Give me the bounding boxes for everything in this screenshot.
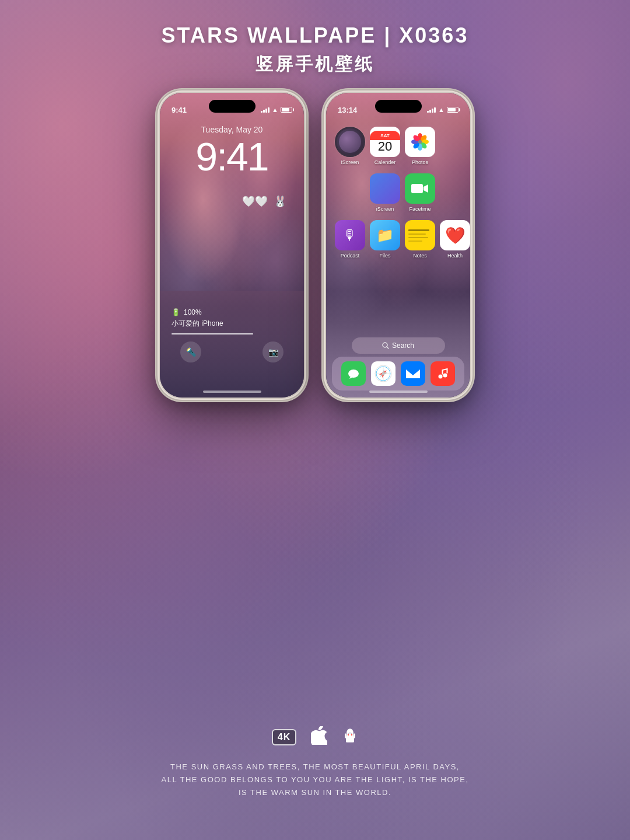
files-icon: 📁 (370, 220, 400, 250)
badge-4k: 4K (272, 729, 296, 745)
app-photos[interactable]: Photos (405, 127, 435, 165)
battery-fill (282, 108, 289, 111)
podcast-icon: 🎙 (335, 220, 365, 250)
dock-safari[interactable] (371, 361, 396, 386)
lock-date: Tuesday, May 20 (160, 125, 304, 134)
battery-indicator: 🔋 (172, 308, 180, 316)
heart-icon: ❤️ (445, 226, 466, 245)
facetime-label: Facetime (409, 206, 430, 212)
signal-icon (261, 107, 270, 113)
app-grid: iScreen SAT 20 Calender (332, 127, 464, 259)
app-calendar[interactable]: SAT 20 Calender (370, 127, 400, 165)
lockscreen-phone: 9:41 ▲ Tuesday, May 20 9: (158, 90, 306, 400)
signal-icon-home (427, 107, 436, 113)
platform-icons: 4K (140, 726, 490, 749)
safari-icon (374, 364, 393, 383)
svg-point-24 (438, 375, 442, 379)
lock-charging: 🔋 100% (172, 308, 292, 316)
svg-rect-26 (345, 734, 346, 738)
search-label: Search (392, 341, 414, 350)
cal-num: 20 (378, 140, 392, 153)
title-cn: 竖屏手机壁纸 (0, 53, 630, 76)
dynamic-island-left (209, 100, 256, 113)
files-label: Files (379, 253, 390, 259)
svg-rect-9 (411, 184, 423, 193)
camera-button[interactable]: 📷 (262, 341, 284, 363)
iscreen-widget-label: iScreen (341, 159, 359, 165)
search-icon (382, 342, 389, 349)
heart-sticker: 🤍🤍 (242, 195, 268, 208)
app-iscreen-widget[interactable]: iScreen (335, 127, 365, 165)
bottom-section: 4K THE SUN GRASS AND TREES, THE MOST BEA… (140, 726, 490, 799)
flashlight-icon: 🔦 (186, 347, 196, 357)
search-bar[interactable]: Search (352, 337, 445, 354)
homescreen-phone: 13:14 ▲ (324, 90, 473, 400)
messages-icon (346, 366, 361, 381)
iscreen-widget-icon (335, 127, 365, 157)
iscreen2-label: iScreen (376, 206, 394, 212)
podcast-icon-symbol: 🎙 (343, 227, 357, 243)
home-indicator-right[interactable] (369, 391, 428, 393)
apple-logo (311, 726, 327, 749)
tagline: THE SUN GRASS AND TREES, THE MOST BEAUTI… (140, 761, 490, 799)
home-indicator-left[interactable] (203, 391, 261, 393)
lockscreen-content: Tuesday, May 20 9:41 (160, 125, 304, 176)
flashlight-button[interactable]: 🔦 (180, 341, 201, 363)
dynamic-island-right (375, 100, 422, 113)
iscreen2-icon (370, 173, 400, 204)
homescreen-status-time: 13:14 (338, 106, 357, 114)
health-label: Health (447, 253, 463, 259)
svg-rect-27 (354, 734, 355, 738)
homescreen-screen: 13:14 ▲ (326, 93, 470, 398)
photos-icon (405, 127, 435, 157)
mail-icon (405, 368, 421, 379)
lockscreen-bottom: 🔋 100% 小可爱的 iPhone 🔦 📷 (160, 308, 304, 363)
lock-stickers: 🤍🤍 🐰 (242, 195, 286, 208)
empty-slot-1 (440, 127, 470, 165)
lockscreen-status-time: 9:41 (172, 106, 187, 114)
dock-mail[interactable] (401, 361, 425, 386)
battery-fill-home (448, 108, 456, 111)
svg-line-12 (387, 347, 388, 348)
calendar-label: Calender (374, 159, 396, 165)
photos-label: Photos (412, 159, 428, 165)
music-icon (435, 366, 450, 381)
battery-percent: 100% (184, 308, 202, 316)
svg-point-29 (351, 734, 352, 736)
svg-point-28 (348, 734, 349, 736)
camera-icon: 📷 (268, 347, 278, 357)
facetime-icon (405, 173, 435, 204)
app-facetime[interactable]: Facetime (405, 173, 435, 212)
android-logo (342, 726, 358, 748)
app-iscreen2[interactable]: iScreen (370, 173, 400, 212)
lock-charging-bar (172, 333, 253, 334)
lock-device-name: 小可爱的 iPhone (172, 319, 292, 329)
wifi-icon-home: ▲ (438, 106, 444, 113)
apple-icon (311, 726, 327, 745)
photos-svg (410, 131, 430, 152)
svg-marker-10 (424, 184, 428, 193)
title-en: STARS WALLPAPE | X0363 (0, 23, 630, 48)
battery-icon (281, 107, 292, 113)
app-podcast[interactable]: 🎙 Podcast (335, 220, 365, 259)
dock-messages[interactable] (341, 361, 366, 386)
android-icon (342, 726, 358, 745)
app-health[interactable]: ❤️ Health (440, 220, 470, 259)
app-notes[interactable]: Notes (405, 220, 435, 259)
battery-icon-home (447, 107, 459, 113)
homescreen-status-icons: ▲ (427, 106, 459, 113)
podcast-label: Podcast (341, 253, 360, 259)
iscreen-widget-inner (339, 131, 361, 153)
status-icons: ▲ (261, 106, 292, 113)
header: STARS WALLPAPE | X0363 竖屏手机壁纸 (0, 23, 630, 76)
svg-point-14 (348, 370, 359, 378)
app-files[interactable]: 📁 Files (370, 220, 400, 259)
calendar-icon: SAT 20 (370, 127, 400, 157)
phones-container: 9:41 ▲ Tuesday, May 20 9: (158, 90, 473, 400)
svg-point-25 (443, 374, 447, 378)
lockscreen-screen: 9:41 ▲ Tuesday, May 20 9: (160, 93, 304, 398)
dock-music[interactable] (430, 361, 455, 386)
files-icon-symbol: 📁 (376, 227, 394, 243)
wifi-icon: ▲ (272, 106, 278, 113)
health-icon: ❤️ (440, 220, 470, 250)
